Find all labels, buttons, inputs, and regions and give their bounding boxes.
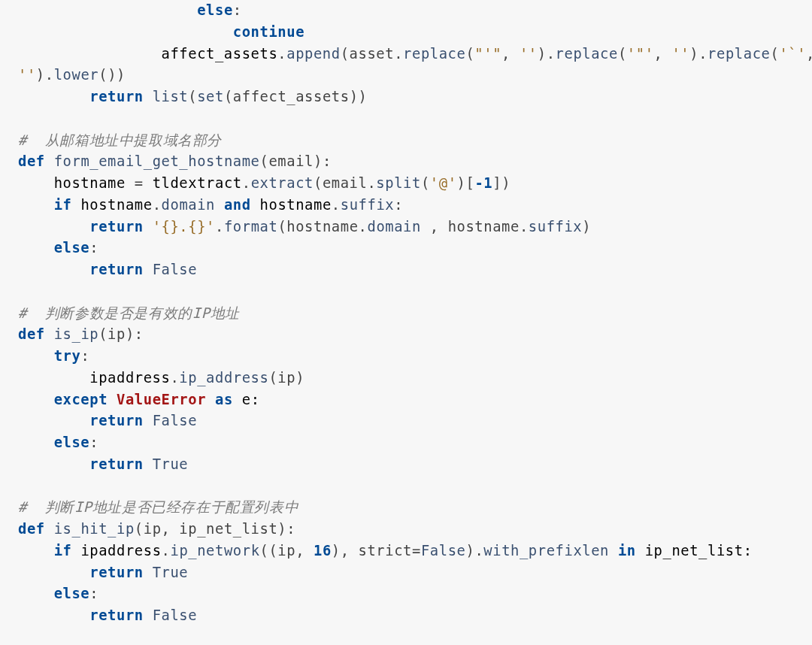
code-line: continue bbox=[18, 24, 304, 40]
code-line: else: bbox=[18, 586, 98, 601]
code-line: else: bbox=[18, 435, 98, 450]
code-line: def form_email_get_hostname(email): bbox=[18, 153, 332, 169]
comment: # 判断参数是否是有效的IP地址 bbox=[18, 305, 240, 321]
code-line: return True bbox=[18, 456, 188, 472]
code-line: return False bbox=[18, 607, 197, 623]
code-line: affect_assets.append(asset.replace("'", … bbox=[18, 46, 812, 62]
code-line: def is_hit_ip(ip, ip_net_list): bbox=[18, 521, 295, 537]
code-line: return False bbox=[18, 262, 197, 277]
code-line: '').lower()) bbox=[18, 67, 126, 83]
code-line: if ipaddress.ip_network((ip, 16), strict… bbox=[18, 543, 753, 559]
code-line: # 判断IP地址是否已经存在于配置列表中 bbox=[18, 499, 298, 515]
code-line: if hostname.domain and hostname.suffix: bbox=[18, 197, 403, 213]
code-line: except ValueError as e: bbox=[18, 392, 260, 407]
code-line: try: bbox=[18, 348, 89, 364]
code-line bbox=[18, 283, 27, 299]
code-line: return True bbox=[18, 565, 188, 580]
code-block: else: continue affect_assets.append(asse… bbox=[0, 0, 812, 631]
code-line bbox=[18, 478, 27, 494]
code-line: def is_ip(ip): bbox=[18, 326, 144, 342]
code-line: hostname = tldextract.extract(email.spli… bbox=[18, 175, 511, 191]
code-line: else: bbox=[18, 240, 98, 256]
code-line: return False bbox=[18, 413, 197, 428]
code-line: else: bbox=[18, 2, 242, 18]
code-line: # 判断参数是否是有效的IP地址 bbox=[18, 305, 240, 321]
code-line: # 从邮箱地址中提取域名部分 bbox=[18, 132, 222, 148]
exception-name: ValueError bbox=[117, 392, 206, 407]
code-line bbox=[18, 111, 27, 126]
comment: # 判断IP地址是否已经存在于配置列表中 bbox=[18, 499, 298, 515]
code-line: return '{}.{}'.format(hostname.domain , … bbox=[18, 219, 591, 235]
code-line: return list(set(affect_assets)) bbox=[18, 89, 367, 104]
code-line: ipaddress.ip_address(ip) bbox=[18, 370, 304, 386]
comment: # 从邮箱地址中提取域名部分 bbox=[18, 132, 222, 148]
